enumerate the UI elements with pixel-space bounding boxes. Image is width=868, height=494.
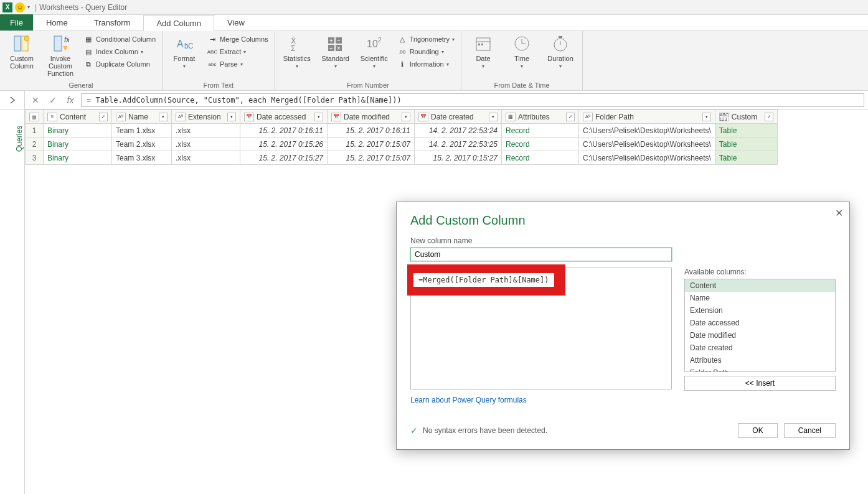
format-button[interactable]: AbC Format ▾ — [166, 32, 202, 80]
merge-columns-button[interactable]: ⇥Merge Columns — [205, 34, 271, 45]
col-date-created[interactable]: 📅Date created▾ — [415, 110, 502, 124]
cell-date-accessed[interactable]: 15. 2. 2017 0:15:27 — [240, 151, 328, 165]
tab-file[interactable]: File — [0, 14, 33, 30]
fx-icon[interactable]: fx — [64, 95, 77, 105]
cell-folder-path[interactable]: C:\Users\Pelisek\Desktop\Worksheets\ — [579, 124, 715, 137]
expand-icon[interactable]: ⤢ — [99, 113, 108, 121]
col-name[interactable]: AᴮName▾ — [112, 110, 172, 124]
data-grid[interactable]: ▦ ≡Content⤢ AᴮName▾ AᴮExtension▾ 📅Date a… — [25, 110, 778, 165]
table-row[interactable]: 1BinaryTeam 1.xlsx.xlsx15. 2. 2017 0:16:… — [26, 124, 778, 137]
filter-icon[interactable]: ▾ — [402, 113, 410, 121]
new-column-name-input[interactable] — [410, 248, 672, 261]
formula-bar-input[interactable] — [81, 93, 864, 107]
cell-date-created[interactable]: 14. 2. 2017 22:53:24 — [415, 124, 502, 137]
cell-date-created[interactable]: 14. 2. 2017 22:53:25 — [415, 137, 502, 151]
available-column-item[interactable]: Date modified — [685, 329, 835, 342]
cell-extension[interactable]: .xlsx — [172, 124, 240, 137]
cell-attributes[interactable]: Record — [502, 124, 579, 137]
extract-button[interactable]: ABCExtract — [205, 46, 271, 57]
svg-rect-24 — [481, 44, 483, 45]
cell-folder-path[interactable]: C:\Users\Pelisek\Desktop\Worksheets\ — [579, 151, 715, 165]
cell-name[interactable]: Team 1.xlsx — [112, 124, 172, 137]
queries-pane-toggle[interactable] — [0, 91, 25, 109]
cell-date-modified[interactable]: 15. 2. 2017 0:15:07 — [328, 137, 415, 151]
table-row[interactable]: 2BinaryTeam 2.xlsx.xlsx15. 2. 2017 0:15:… — [26, 137, 778, 151]
learn-formulas-link[interactable]: Learn about Power Query formulas — [410, 396, 527, 404]
col-content[interactable]: ≡Content⤢ — [44, 110, 112, 124]
cell-content[interactable]: Binary — [44, 151, 112, 165]
cell-content[interactable]: Binary — [44, 124, 112, 137]
cell-folder-path[interactable]: C:\Users\Pelisek\Desktop\Worksheets\ — [579, 137, 715, 151]
cell-attributes[interactable]: Record — [502, 137, 579, 151]
filter-icon[interactable]: ▾ — [489, 113, 498, 121]
index-column-button[interactable]: ▤Index Column — [81, 46, 158, 57]
table-row[interactable]: 3BinaryTeam 3.xlsx.xlsx15. 2. 2017 0:15:… — [26, 151, 778, 165]
available-column-item[interactable]: Content — [685, 279, 835, 292]
information-button[interactable]: ℹInformation — [395, 58, 457, 70]
col-date-modified[interactable]: 📅Date modified▾ — [328, 110, 415, 124]
cell-custom[interactable]: Table — [715, 137, 777, 151]
col-folder-path[interactable]: AᴮFolder Path▾ — [579, 110, 715, 124]
available-column-item[interactable]: Date accessed — [685, 317, 835, 329]
cell-date-accessed[interactable]: 15. 2. 2017 0:15:26 — [240, 137, 328, 151]
available-column-item[interactable]: Date created — [685, 342, 835, 354]
col-date-accessed[interactable]: 📅Date accessed▾ — [240, 110, 328, 124]
duration-button[interactable]: Duration▾ — [542, 32, 578, 80]
svg-rect-30 — [559, 36, 562, 38]
expand-icon[interactable]: ⤢ — [765, 113, 773, 121]
filter-icon[interactable]: ▾ — [702, 113, 711, 121]
expand-icon[interactable]: ⤢ — [566, 113, 575, 121]
cell-content[interactable]: Binary — [44, 137, 112, 151]
cell-date-modified[interactable]: 15. 2. 2017 0:16:11 — [328, 124, 415, 137]
cell-date-modified[interactable]: 15. 2. 2017 0:15:07 — [328, 151, 415, 165]
parse-button[interactable]: abcParse — [205, 58, 271, 70]
qat-chevron-icon[interactable]: ▾ — [27, 4, 30, 10]
cell-date-accessed[interactable]: 15. 2. 2017 0:16:11 — [240, 124, 328, 137]
row-number[interactable]: 1 — [26, 124, 44, 137]
available-column-item[interactable]: Attributes — [685, 354, 835, 366]
available-column-item[interactable]: Folder Path — [685, 366, 835, 372]
date-button[interactable]: Date▾ — [465, 32, 501, 80]
cancel-formula-icon[interactable]: ✕ — [29, 95, 42, 105]
col-attributes[interactable]: ▦Attributes⤢ — [502, 110, 579, 124]
trigonometry-button[interactable]: △Trigonometry — [395, 34, 457, 45]
scientific-button[interactable]: 102 Scientific▾ — [356, 32, 392, 80]
commit-formula-icon[interactable]: ✓ — [46, 95, 60, 105]
invoke-custom-function-button[interactable]: fx Invoke Custom Function — [42, 32, 78, 80]
tab-transform[interactable]: Transform — [81, 14, 144, 30]
cancel-button[interactable]: Cancel — [784, 423, 836, 438]
available-column-item[interactable]: Extension — [685, 304, 835, 317]
col-extension[interactable]: AᴮExtension▾ — [172, 110, 240, 124]
custom-column-button[interactable]: Custom Column — [4, 32, 40, 80]
filter-icon[interactable]: ▾ — [227, 113, 236, 121]
duplicate-column-button[interactable]: ⧉Duplicate Column — [81, 58, 158, 70]
available-column-item[interactable]: Name — [685, 292, 835, 304]
row-number[interactable]: 2 — [26, 137, 44, 151]
cell-extension[interactable]: .xlsx — [172, 151, 240, 165]
tab-add-column[interactable]: Add Column — [143, 15, 214, 31]
time-button[interactable]: Time▾ — [504, 32, 540, 80]
rounding-button[interactable]: .00Rounding — [395, 46, 457, 57]
ok-button[interactable]: OK — [738, 423, 777, 438]
custom-formula-textarea[interactable]: =Merged([Folder Path]&[Name]) — [410, 268, 672, 389]
row-number[interactable]: 3 — [26, 151, 44, 165]
statistics-button[interactable]: X̄Σ Statistics▾ — [279, 32, 315, 80]
conditional-column-button[interactable]: ▦Conditional Column — [81, 34, 158, 45]
tab-home[interactable]: Home — [33, 14, 81, 30]
filter-icon[interactable]: ▾ — [314, 113, 323, 121]
cell-custom[interactable]: Table — [715, 151, 777, 165]
cell-name[interactable]: Team 2.xlsx — [112, 137, 172, 151]
available-columns-list[interactable]: ContentNameExtensionDate accessedDate mo… — [684, 279, 836, 372]
dialog-close-button[interactable]: ✕ — [835, 207, 843, 219]
tab-view[interactable]: View — [214, 14, 258, 30]
standard-button[interactable]: +−÷× Standard▾ — [318, 32, 354, 80]
cell-extension[interactable]: .xlsx — [172, 137, 240, 151]
corner-cell[interactable]: ▦ — [26, 110, 44, 124]
insert-button[interactable]: << Insert — [684, 376, 836, 391]
cell-date-created[interactable]: 15. 2. 2017 0:15:27 — [415, 151, 502, 165]
cell-attributes[interactable]: Record — [502, 151, 579, 165]
cell-custom[interactable]: Table — [715, 124, 777, 137]
col-custom[interactable]: ABC123Custom⤢ — [715, 110, 777, 124]
cell-name[interactable]: Team 3.xlsx — [112, 151, 172, 165]
filter-icon[interactable]: ▾ — [159, 113, 167, 121]
